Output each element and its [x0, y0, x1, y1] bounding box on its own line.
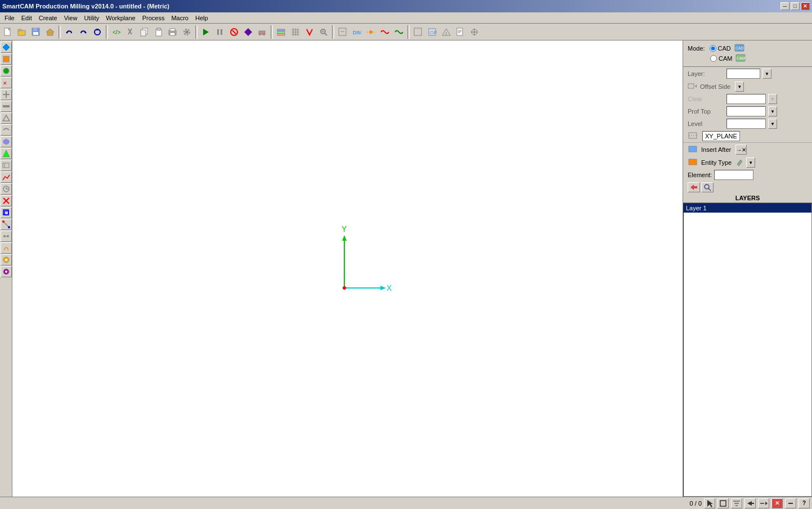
elem-search-btn[interactable] [701, 182, 714, 192]
menu-workplane[interactable]: Workplane [102, 13, 138, 22]
status-filter-btn[interactable] [731, 498, 742, 508]
clear-dropdown-btn[interactable]: ▼ [768, 94, 777, 104]
tb-ops[interactable]: OP [425, 25, 439, 39]
menu-file[interactable]: File [1, 13, 18, 22]
status-minus-btn[interactable] [785, 498, 796, 508]
tb-settings[interactable] [180, 25, 194, 39]
left-btn-13[interactable] [1, 183, 12, 195]
tb-code[interactable]: </> [110, 25, 123, 39]
left-btn-12[interactable] [1, 172, 12, 183]
tb-paste[interactable] [152, 25, 165, 39]
status-question-btn[interactable]: ? [798, 498, 810, 508]
left-btn-2[interactable] [1, 53, 12, 65]
level-input[interactable]: 0.0000 [726, 119, 766, 129]
tb-open[interactable] [15, 25, 29, 39]
offset-side-dropdown[interactable]: ▼ [735, 82, 744, 92]
layer-input[interactable]: 1 [726, 69, 760, 79]
left-btn-5[interactable] [1, 89, 12, 100]
svg-text:</>: </> [113, 29, 121, 35]
tb-refresh[interactable] [91, 25, 104, 39]
maximize-button[interactable]: □ [791, 2, 800, 10]
tb-tool2[interactable] [439, 25, 453, 39]
left-btn-16[interactable] [1, 219, 12, 230]
left-btn-7[interactable] [1, 112, 12, 124]
tb-home[interactable] [43, 25, 57, 39]
menu-process[interactable]: Process [139, 13, 168, 22]
tb-undo[interactable] [62, 25, 76, 39]
cad-radio[interactable] [710, 45, 716, 52]
tb-rect1[interactable] [411, 25, 425, 39]
entity-type-dropdown[interactable]: ▼ [746, 157, 755, 168]
plane-button[interactable]: XY_PLANE [702, 131, 740, 141]
status-box-btn[interactable] [717, 498, 729, 508]
tb-config[interactable] [468, 25, 481, 39]
element-input[interactable]: 0 [714, 170, 753, 180]
tb-copy[interactable] [138, 25, 151, 39]
svg-rect-33 [277, 29, 285, 31]
status-close-btn[interactable]: ✕ [771, 498, 783, 508]
left-btn-1[interactable] [1, 42, 12, 53]
tb-grid[interactable] [289, 25, 302, 39]
layer-dropdown-btn[interactable]: ▼ [762, 69, 771, 79]
menu-help[interactable]: Help [192, 13, 212, 22]
tb-wave[interactable] [378, 25, 392, 39]
layer-item-1[interactable]: Layer 1 [684, 204, 811, 213]
prof-top-dropdown-btn[interactable]: ▼ [768, 106, 777, 116]
tb-pts[interactable] [364, 25, 378, 39]
cam-radio[interactable] [710, 55, 717, 62]
tb-cut[interactable] [124, 25, 137, 39]
viewport[interactable]: Y X [12, 40, 683, 497]
left-btn-9[interactable] [1, 136, 12, 147]
left-btn-18[interactable] [1, 242, 12, 254]
menu-macro[interactable]: Macro [168, 13, 192, 22]
tb-sep3 [195, 25, 198, 39]
insert-after-arrow[interactable]: →✕ [735, 145, 747, 155]
tb-diamond[interactable] [241, 25, 255, 39]
layers-content[interactable]: Layer 1 [683, 203, 812, 497]
menu-view[interactable]: View [61, 13, 81, 22]
tb-dims[interactable]: DIM [350, 25, 364, 39]
left-btn-3[interactable] [1, 65, 12, 76]
tb-stop[interactable] [227, 25, 241, 39]
menu-edit[interactable]: Edit [18, 13, 35, 22]
left-btn-17[interactable] [1, 231, 12, 242]
cad-label: CAD [718, 45, 731, 52]
prof-top-input[interactable]: 0.0000 [726, 106, 766, 116]
left-btn-11[interactable] [1, 160, 12, 171]
level-dropdown-btn[interactable]: ▼ [768, 119, 777, 129]
tb-tool1[interactable] [255, 25, 269, 39]
left-btn-10[interactable] [1, 148, 12, 159]
minimize-button[interactable]: ─ [780, 2, 789, 10]
tb-pause[interactable] [213, 25, 227, 39]
left-btn-15[interactable] [1, 207, 12, 218]
elem-arrow-btn[interactable] [688, 182, 700, 192]
menu-create[interactable]: Create [35, 13, 61, 22]
tb-report[interactable] [454, 25, 467, 39]
left-btn-20[interactable] [1, 266, 12, 277]
left-btn-6[interactable] [1, 101, 12, 112]
tb-zoom[interactable] [317, 25, 330, 39]
cad-radio-label[interactable]: CAD [710, 45, 731, 52]
tb-save[interactable] [29, 25, 43, 39]
status-right: 0 / 0 ✕ ? [657, 498, 810, 508]
tb-wave2[interactable] [392, 25, 406, 39]
cam-radio-label[interactable]: CAM [710, 55, 732, 62]
left-btn-19[interactable] [1, 254, 12, 265]
tb-measure[interactable] [336, 25, 349, 39]
status-arrow2-btn[interactable] [758, 498, 769, 508]
tb-layers[interactable] [275, 25, 288, 39]
mode-section: Mode: CAD CAD CAM CAM [683, 40, 812, 67]
left-btn-14[interactable] [1, 195, 12, 206]
tb-redo[interactable] [77, 25, 90, 39]
tb-play[interactable] [199, 25, 213, 39]
status-pointer-btn[interactable] [704, 498, 715, 508]
close-button[interactable]: ✕ [801, 2, 810, 10]
tb-snap[interactable] [303, 25, 316, 39]
left-btn-8[interactable] [1, 124, 12, 136]
clear-input[interactable]: 3.0000 [726, 94, 766, 104]
tb-new[interactable] [1, 25, 15, 39]
tb-print[interactable] [166, 25, 180, 39]
menu-utility[interactable]: Utility [80, 13, 102, 22]
status-arrow-btn[interactable] [744, 498, 756, 508]
left-btn-4[interactable]: ✕ [1, 77, 12, 88]
